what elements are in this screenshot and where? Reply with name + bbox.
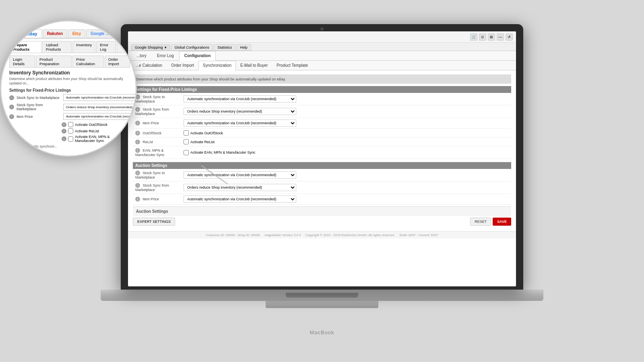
reset-button[interactable]: RESET bbox=[470, 218, 491, 226]
footer-copyright: Copyright © 2010 - 2019 RedGecko GmbH. A… bbox=[305, 233, 395, 237]
tab-configuration-label: Configuration bbox=[184, 53, 211, 58]
zoom-info-icon-3: i bbox=[9, 114, 14, 119]
zoom-nav-tabs: Prepare Products Upload Products Invento… bbox=[9, 41, 130, 53]
label-relist: i ReList bbox=[133, 138, 181, 146]
auction-select-stock-to[interactable]: Automatic synchronization via CronJob (r… bbox=[184, 171, 296, 179]
checkbox-relist-label: Activate ReList bbox=[190, 140, 215, 144]
tab-order-import-label: Order Import bbox=[171, 63, 194, 68]
select-item-price[interactable]: Automatic synchronization via CronJob (r… bbox=[184, 119, 296, 127]
auction-section-title: Auction Settings bbox=[133, 162, 511, 169]
zoom-checkbox-ean[interactable] bbox=[68, 136, 73, 142]
row-item-price: i Item Price Automatic synchronization v… bbox=[133, 118, 511, 129]
tab-inventory-label: ...tory bbox=[136, 53, 147, 58]
checkbox-row-outofstock: Activate OutOfStock bbox=[184, 130, 509, 136]
zoom-more-row: ...tings Automatic synchroni... bbox=[9, 144, 130, 148]
zoom-select-stock-to[interactable]: Automatic synchronization via CronJob (r… bbox=[63, 94, 137, 101]
fixed-price-settings-table: i Stock Sync to Marketplace Automatic sy… bbox=[133, 93, 511, 159]
auction-settings-table: i Stock Sync to Marketplace Automatic sy… bbox=[133, 169, 511, 205]
footer-build: Build: 8297 - Current: 8297 bbox=[400, 233, 438, 237]
zoom-select-stock-from[interactable]: Orders reduce Shop inventory (recommende… bbox=[63, 104, 137, 111]
select-stock-sync-from[interactable]: Orders reduce Shop inventory (recommende… bbox=[184, 108, 296, 115]
zoom-select-price[interactable]: Automatic synchronization via CronJob (r… bbox=[63, 113, 137, 120]
info-icon-relist: i bbox=[135, 140, 140, 144]
zoom-inventory-tab: Inventory bbox=[72, 41, 95, 53]
zoom-checkbox-outofstock[interactable] bbox=[68, 122, 73, 127]
tab-order-import[interactable]: Order Import bbox=[167, 61, 198, 70]
macbook-screen: 🛒 ⊙ ⊞ — ↺ Google Shopping ▾ Global Confi… bbox=[128, 31, 516, 286]
google-shopping-tab[interactable]: Google Shopping ▾ bbox=[131, 44, 170, 51]
zoom-prep-tab: Product Preparation bbox=[36, 56, 72, 67]
info-icon-outofstock: i bbox=[135, 131, 140, 136]
auction-label-stock-from: i Stock Sync from Marketplace bbox=[133, 181, 181, 194]
zoom-etsy-tab: Etsy bbox=[68, 29, 85, 38]
tab-configuration[interactable]: Configuration bbox=[179, 51, 216, 61]
auction-row-stock-from: i Stock Sync from Marketplace Orders red… bbox=[133, 181, 511, 194]
cell-relist: Activate ReList bbox=[181, 138, 511, 146]
tab-inventory[interactable]: ...tory bbox=[131, 51, 152, 60]
help-label: Help bbox=[240, 45, 248, 49]
toolbar-icon-grid[interactable]: ⊞ bbox=[488, 33, 495, 41]
checkbox-relist[interactable] bbox=[184, 139, 189, 144]
tab-product-template[interactable]: Product Template bbox=[272, 61, 312, 70]
global-config-label: Global Configurations bbox=[175, 45, 210, 49]
auction-row-stock-to: i Stock Sync to Marketplace Automatic sy… bbox=[133, 169, 511, 181]
zoom-sub-tabs: Login Details Product Preparation Price … bbox=[9, 56, 130, 68]
zoom-login-tab: Login Details bbox=[9, 56, 35, 67]
checkbox-row-ean: Activate EAN, MPN & Manufacuter Sync bbox=[184, 150, 509, 155]
zoom-circle: ... eBay Rakuten Etsy Google ... Prepare… bbox=[0, 20, 137, 157]
macbook-bottom: MacBook bbox=[101, 290, 543, 301]
cell-stock-sync-to: Automatic synchronization via CronJob (r… bbox=[181, 93, 511, 105]
fixed-price-section-title: Settings for Fixed-Price Listings bbox=[133, 86, 511, 93]
sync-description-text: Determine which product attributes from … bbox=[136, 77, 286, 81]
top-toolbar: 🛒 ⊙ ⊞ — ↺ bbox=[128, 31, 516, 43]
macbook-label: MacBook bbox=[310, 329, 334, 335]
zoom-order-tab: Order Import bbox=[105, 56, 130, 67]
toolbar-icon-circle[interactable]: ⊙ bbox=[479, 33, 486, 41]
info-icon-price: i bbox=[135, 121, 140, 125]
expert-settings-button[interactable]: EXPERT SETTINGS bbox=[133, 218, 175, 226]
zoom-row-item-price: i Item Price Automatic synchronization v… bbox=[9, 113, 130, 120]
auction-info-icon-3: i bbox=[135, 197, 140, 202]
label-ean: i EAN, MPN & Manufacuter Sync bbox=[133, 146, 181, 159]
row-relist: i ReList Activate ReList bbox=[133, 138, 511, 146]
auction-cell-item-price: Automatic synchronization via CronJob (r… bbox=[181, 194, 511, 205]
toolbar-icon-refresh[interactable]: ↺ bbox=[506, 33, 513, 41]
zoom-ean-label: Activate EAN, MPN & Manufacuter Sync bbox=[75, 135, 130, 143]
zoom-more-value: Automatic synchroni... bbox=[23, 144, 57, 148]
zoom-marketplace-tabs: ... eBay Rakuten Etsy Google ... bbox=[9, 29, 130, 39]
save-button[interactable]: SAVE bbox=[493, 218, 511, 226]
zoom-info-icon-2: i bbox=[9, 105, 14, 109]
checkbox-ean[interactable] bbox=[184, 150, 189, 155]
zoom-info-icon-6: i bbox=[62, 136, 66, 141]
toolbar-icon-minus[interactable]: — bbox=[497, 33, 504, 41]
zoom-label-3: Item Price bbox=[17, 115, 61, 119]
cell-item-price: Automatic synchronization via CronJob (r… bbox=[181, 118, 511, 129]
toolbar-icon-cart[interactable]: 🛒 bbox=[470, 33, 477, 41]
tab-error-log[interactable]: Error Log bbox=[152, 51, 179, 60]
tab-price-calc-label: ...e Calculation bbox=[136, 63, 162, 68]
row-stock-sync-to: i Stock Sync to Marketplace Automatic sy… bbox=[133, 93, 511, 105]
macbook-container: ... eBay Rakuten Etsy Google ... Prepare… bbox=[101, 24, 543, 338]
auction-select-stock-from[interactable]: Orders reduce Shop inventory (recommende… bbox=[184, 184, 296, 191]
tab-price-calc[interactable]: ...e Calculation bbox=[131, 61, 167, 70]
checkbox-row-relist: Activate ReList bbox=[184, 139, 509, 144]
tab-synchronization[interactable]: Synchronization bbox=[198, 61, 236, 70]
footer: Customer-ID: 00000 - Shop ID: 00000 magn… bbox=[128, 231, 516, 239]
tab-sync-label: Synchronization bbox=[203, 63, 231, 68]
camera-dot bbox=[320, 27, 324, 31]
select-stock-sync-to[interactable]: Automatic synchronization via CronJob (r… bbox=[184, 95, 296, 103]
auction-select-item-price[interactable]: Automatic synchronization via CronJob (r… bbox=[184, 195, 296, 203]
help-tab[interactable]: Help bbox=[236, 44, 251, 51]
auction-info-icon-1: i bbox=[135, 171, 140, 175]
zoom-row-stock-sync-from: i Stock Sync from Marketplace Orders red… bbox=[9, 103, 130, 111]
google-shopping-label: Google Shopping bbox=[135, 45, 163, 49]
zoom-upload-tab: Upload Products bbox=[42, 41, 72, 53]
zoom-section-desc: Determine which product attributes from … bbox=[9, 77, 130, 86]
global-config-tab[interactable]: Global Configurations bbox=[171, 44, 213, 51]
zoom-error-tab: Error Log bbox=[96, 41, 116, 53]
tab-email-buyer[interactable]: E-Mail to Buyer bbox=[236, 61, 272, 70]
zoom-ebay-tab: eBay bbox=[22, 29, 41, 38]
checkbox-outofstock[interactable] bbox=[184, 130, 189, 136]
statistics-tab[interactable]: Statistics bbox=[214, 44, 235, 51]
zoom-checkbox-relist[interactable] bbox=[68, 128, 73, 134]
